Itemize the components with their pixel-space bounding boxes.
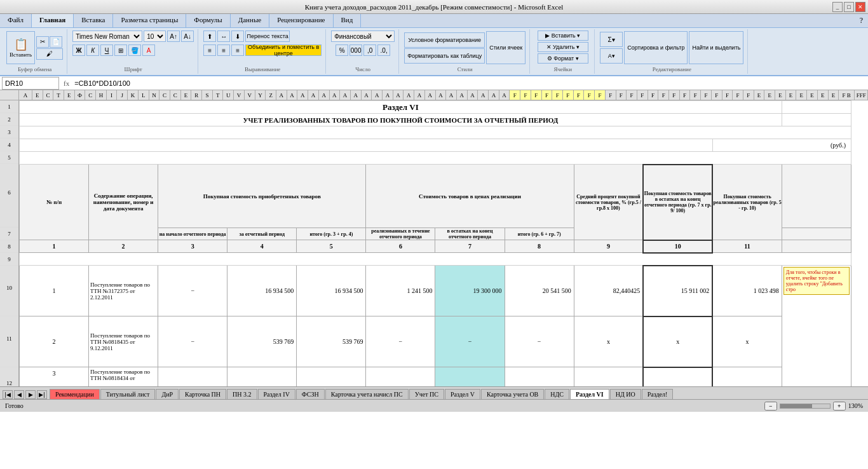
paste-button[interactable]: 📋 Вставить	[6, 31, 35, 64]
col-header-Fd[interactable]: F	[542, 90, 553, 100]
col-header-K[interactable]: K	[128, 90, 139, 100]
col-header-T[interactable]: U	[223, 90, 234, 100]
increase-decimal-button[interactable]: ,0	[363, 44, 376, 56]
align-center-button[interactable]: ≡	[217, 44, 230, 56]
sheet-tab-kartochka-pn[interactable]: Карточка ПН	[179, 389, 226, 399]
col-header-E[interactable]: Е	[64, 90, 75, 100]
col-header-E8[interactable]: E	[829, 90, 839, 100]
cell-10-10[interactable]: 15 911 002	[643, 266, 712, 316]
underline-button[interactable]: Ч	[100, 44, 113, 56]
col-header-AH[interactable]: A	[351, 90, 362, 100]
col-header-B[interactable]: E	[32, 90, 43, 100]
tab-page-layout[interactable]: Разметка страницы	[113, 14, 186, 27]
font-size-select[interactable]: 10	[144, 31, 166, 42]
cell-11-5[interactable]: 539 769	[297, 316, 366, 367]
col-header-AL[interactable]: A	[393, 90, 404, 100]
sheet-tab-razdel5[interactable]: Раздел V	[445, 389, 480, 399]
close-button[interactable]: ✕	[855, 2, 865, 12]
col-header-E3[interactable]: E	[775, 90, 786, 100]
title-bar-buttons[interactable]: _ □ ✕	[832, 2, 865, 12]
cell-10-4[interactable]: 16 934 500	[227, 266, 297, 316]
col-header-P[interactable]: Е	[181, 90, 192, 100]
cell-10-8[interactable]: 20 541 500	[505, 266, 574, 316]
cell-11-8[interactable]: −	[505, 316, 574, 367]
sheet-tab-razdel6[interactable]: Раздел VI	[570, 389, 609, 399]
col-header-FFF[interactable]: FFF	[855, 90, 868, 100]
formula-input[interactable]	[72, 77, 868, 90]
col-header-AS[interactable]: A	[468, 90, 478, 100]
sheet-tab-fszn[interactable]: ФСЗН	[296, 389, 325, 399]
col-header-AG[interactable]: A	[340, 90, 351, 100]
col-header-AC[interactable]: A	[297, 90, 308, 100]
sheet-tab-kartochka-ov[interactable]: Карточка учета ОВ	[481, 389, 544, 399]
col-header-S[interactable]: T	[213, 90, 224, 100]
cell-10-7[interactable]: 19 300 000	[435, 266, 505, 316]
col-header-Fe[interactable]: F	[552, 90, 563, 100]
tab-formulas[interactable]: Формулы	[186, 14, 230, 27]
decrease-font-button[interactable]: A↓	[181, 31, 194, 42]
col-header-AD[interactable]: A	[308, 90, 319, 100]
cell-10-1[interactable]: 1	[20, 266, 89, 316]
tab-view[interactable]: Вид	[334, 14, 362, 27]
col-header-AB[interactable]: A	[287, 90, 298, 100]
cell-11-10[interactable]: x	[643, 316, 712, 367]
border-button[interactable]: ⊞	[114, 44, 127, 56]
increase-font-button[interactable]: A↑	[167, 31, 180, 42]
cell-12-5[interactable]	[297, 367, 366, 387]
col-header-A[interactable]: A	[19, 90, 32, 100]
col-header-AK[interactable]: A	[383, 90, 393, 100]
col-header-U[interactable]: V	[234, 90, 245, 100]
sheet-nav-prev[interactable]: ◀	[14, 390, 24, 399]
col-header-J[interactable]: J	[117, 90, 128, 100]
sheet-tab-nds[interactable]: НДС	[545, 389, 569, 399]
conditional-format-button[interactable]: Условное форматирование	[404, 32, 485, 48]
cell-title2[interactable]: УЧЕТ РЕАЛИЗОВАННЫХ ТОВАРОВ ПО ПОКУПНОЙ С…	[20, 114, 782, 126]
maximize-button[interactable]: □	[844, 2, 854, 12]
col-header-Bl[interactable]: F	[722, 90, 733, 100]
thousands-button[interactable]: 000	[349, 44, 362, 56]
col-header-R[interactable]: S	[202, 90, 213, 100]
number-format-select[interactable]: Финансовый	[331, 31, 395, 42]
cell-11-2[interactable]: Поступление товаров по ТТН №0818435 от 9…	[89, 316, 158, 367]
format-cell-button[interactable]: ⚙ Формат ▾	[538, 53, 588, 64]
tab-insert[interactable]: Вставка	[74, 14, 113, 27]
col-header-AO[interactable]: A	[425, 90, 436, 100]
col-header-Bn[interactable]: F	[743, 90, 754, 100]
col-header-W[interactable]: Y	[255, 90, 266, 100]
col-header-Q[interactable]: R	[191, 90, 202, 100]
col-header-AI[interactable]: A	[362, 90, 372, 100]
cell-12-3[interactable]	[158, 367, 227, 387]
col-header-I[interactable]: I	[107, 90, 118, 100]
col-header-E5[interactable]: E	[796, 90, 807, 100]
col-header-AJ[interactable]: A	[372, 90, 383, 100]
cell-10-6[interactable]: 1 241 500	[366, 266, 435, 316]
col-header-Bk[interactable]: F	[712, 90, 722, 100]
wrap-text-button[interactable]: Перенос текста	[245, 31, 290, 42]
bold-button[interactable]: Ж	[72, 44, 85, 56]
cell-title1[interactable]: Раздел VI	[20, 101, 782, 114]
col-header-Fc[interactable]: F	[531, 90, 542, 100]
col-header-E7[interactable]: E	[818, 90, 829, 100]
cell-12-11[interactable]	[712, 367, 782, 387]
format-painter-button[interactable]: 🖌	[36, 48, 63, 60]
cell-10-11[interactable]: 1 023 498	[712, 266, 782, 316]
cell-12-10[interactable]	[643, 367, 712, 387]
col-header-AP[interactable]: A	[436, 90, 447, 100]
col-header-O[interactable]: C	[170, 90, 181, 100]
tab-file[interactable]: Файл	[0, 14, 32, 27]
col-header-Bd[interactable]: F	[637, 90, 648, 100]
tab-review[interactable]: Рецензирование	[269, 14, 333, 27]
decrease-decimal-button[interactable]: .0,	[377, 44, 390, 56]
col-header-L[interactable]: L	[139, 90, 149, 100]
cell-12-1[interactable]: 3	[20, 367, 89, 387]
col-header-Ba[interactable]: F	[606, 90, 616, 100]
col-header-Fg[interactable]: F	[574, 90, 585, 100]
sheet-nav-last[interactable]: ▶|	[37, 390, 47, 399]
zoom-slider[interactable]	[780, 404, 831, 409]
sheet-tab-kartochka-nachisl[interactable]: Карточка учета начисл ПС	[325, 389, 409, 399]
cell-11-6[interactable]: −	[366, 316, 435, 367]
col-header-Bm[interactable]: F	[733, 90, 743, 100]
col-header-V[interactable]: V	[245, 90, 255, 100]
cell-11-3[interactable]: −	[158, 316, 227, 367]
col-header-F[interactable]: Ф	[75, 90, 86, 100]
